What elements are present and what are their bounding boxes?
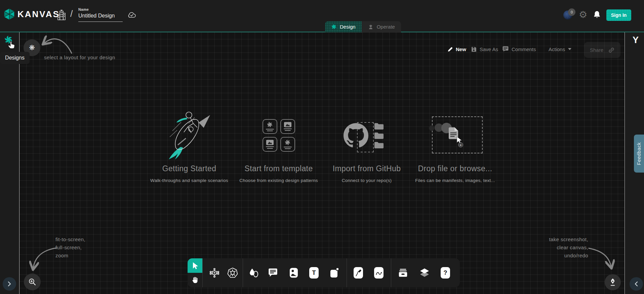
chevron-left-icon bbox=[634, 281, 639, 287]
freehand-draw-tool-button[interactable] bbox=[371, 258, 387, 287]
settings-gear-icon[interactable]: ⚙ bbox=[579, 10, 587, 20]
template-tile-image-icon bbox=[280, 119, 295, 134]
bottom-right-hint: take screenshot, clear canvas, undo/redo bbox=[549, 235, 588, 260]
operate-tab-icon bbox=[368, 24, 374, 30]
repo-folder-icon bbox=[374, 141, 384, 149]
template-tile-design-icon bbox=[280, 137, 295, 152]
edge-pen-icon bbox=[354, 267, 363, 279]
tab-design[interactable]: Design bbox=[325, 21, 362, 32]
design-name-input[interactable] bbox=[78, 11, 123, 22]
mode-tabs: Design Operate bbox=[325, 21, 401, 32]
github-illustration bbox=[325, 108, 409, 162]
pan-tool-button[interactable] bbox=[188, 273, 202, 287]
design-name-label: Name bbox=[78, 7, 123, 11]
import-from-github-card[interactable]: Import from GitHub Connect to your repo(… bbox=[325, 108, 409, 183]
template-tile-design-icon bbox=[263, 119, 277, 134]
pen-nib-icon bbox=[608, 278, 617, 287]
repo-folder-icon bbox=[374, 122, 384, 130]
brand-name: KANVAS bbox=[17, 9, 60, 20]
bottom-left-hint: fit-to-screen, full-screen, zoom bbox=[55, 235, 85, 260]
drop-file-illustration: + bbox=[413, 108, 497, 162]
design-tab-icon bbox=[331, 24, 337, 30]
history-drawer-tool-button[interactable] bbox=[395, 258, 411, 287]
card-subtitle: Walk-throughs and sample scenarios bbox=[147, 178, 231, 183]
cloud-sync-icon bbox=[127, 11, 136, 18]
shapes-tool-button[interactable] bbox=[246, 258, 262, 287]
github-octocat-icon bbox=[344, 123, 368, 148]
notification-count-badge: 0 bbox=[568, 8, 575, 16]
share-button[interactable]: Share bbox=[584, 42, 620, 58]
drop-file-card[interactable]: + Drop file or browse... Files can be ma… bbox=[413, 108, 497, 183]
select-cursor-icon bbox=[191, 261, 199, 270]
text-tool-button[interactable]: T bbox=[306, 258, 322, 287]
select-tool-button[interactable] bbox=[188, 258, 202, 273]
freehand-draw-icon bbox=[374, 267, 384, 279]
card-title: Import from GitHub bbox=[325, 164, 409, 173]
history-drawer-icon bbox=[398, 268, 408, 278]
card-subtitle: Choose from existing design patterns bbox=[237, 178, 321, 183]
designs-tooltip: Designs bbox=[0, 52, 30, 64]
design-name-field: Name bbox=[78, 7, 123, 22]
link-icon bbox=[608, 47, 615, 53]
chevron-down-icon bbox=[568, 48, 572, 50]
start-from-template-card[interactable]: Start from template Choose from existing… bbox=[237, 108, 321, 183]
note-tool-button[interactable] bbox=[326, 258, 343, 287]
components-tool-button[interactable] bbox=[206, 258, 223, 287]
layers-icon bbox=[419, 268, 430, 278]
pencil-icon bbox=[447, 46, 453, 52]
brand[interactable]: KANVAS bbox=[4, 8, 60, 20]
tool-dock: T bbox=[188, 258, 460, 287]
chevron-right-icon bbox=[7, 281, 12, 287]
feedback-tab[interactable]: Feedback bbox=[634, 135, 644, 173]
media-tool-button[interactable] bbox=[286, 258, 302, 287]
layout-hint-text: select a layout for your design bbox=[44, 54, 115, 60]
comment-tool-button[interactable] bbox=[265, 258, 281, 287]
rocket-illustration bbox=[147, 108, 231, 162]
help-tool-button[interactable]: ? bbox=[437, 258, 453, 287]
pointer-hand-cursor-icon bbox=[7, 40, 16, 50]
zoom-in-magnifier-icon bbox=[28, 278, 37, 286]
add-file-plus-icon: + bbox=[458, 142, 463, 147]
note-icon bbox=[329, 267, 339, 278]
card-subtitle: Connect to your repo(s) bbox=[325, 178, 409, 183]
template-tile-image-icon bbox=[263, 137, 277, 152]
collaborator-indicator: Y bbox=[633, 35, 639, 45]
edge-pen-tool-button[interactable] bbox=[350, 258, 366, 287]
canvas-tools-button[interactable] bbox=[605, 274, 621, 290]
kanvas-logo-icon bbox=[4, 8, 14, 20]
breadcrumb-separator: / bbox=[70, 9, 73, 19]
sign-in-button[interactable]: Sign In bbox=[606, 9, 631, 21]
template-grid-illustration bbox=[237, 108, 321, 162]
notifications-bell-icon[interactable] bbox=[593, 10, 601, 19]
expand-right-panel-button[interactable] bbox=[630, 277, 643, 291]
repo-folder-icon bbox=[374, 132, 384, 140]
save-floppy-icon bbox=[471, 46, 477, 52]
card-title: Start from template bbox=[237, 164, 321, 173]
left-sidebar-strip bbox=[0, 32, 19, 294]
comment-bubble-icon bbox=[502, 46, 509, 52]
design-canvas[interactable] bbox=[19, 32, 625, 294]
header-bar: KANVAS / Name bbox=[0, 0, 644, 32]
organization-icon[interactable] bbox=[57, 9, 66, 21]
card-subtitle: Files can be manifests, images, text... bbox=[413, 178, 497, 183]
getting-started-card[interactable]: Getting Started Walk-throughs and sample… bbox=[147, 108, 231, 183]
pan-hand-icon bbox=[191, 276, 199, 284]
comments-button[interactable]: Comments bbox=[502, 44, 536, 54]
actions-dropdown[interactable]: Actions bbox=[549, 44, 572, 54]
expand-left-panel-button[interactable] bbox=[3, 277, 16, 291]
comment-annotation-icon bbox=[268, 268, 278, 278]
zoom-controls-button[interactable] bbox=[24, 273, 41, 290]
components-circuit-icon bbox=[209, 267, 220, 279]
help-question-icon: ? bbox=[441, 267, 450, 279]
layers-tool-button[interactable] bbox=[416, 258, 433, 287]
kubernetes-tool-button[interactable] bbox=[225, 258, 241, 287]
card-title: Getting Started bbox=[147, 164, 231, 173]
kanvas-app: KANVAS / Name bbox=[0, 0, 644, 294]
tab-operate[interactable]: Operate bbox=[362, 21, 401, 32]
text-tool-icon: T bbox=[309, 267, 319, 279]
save-as-button[interactable]: Save As bbox=[471, 44, 498, 54]
shapes-icon bbox=[249, 268, 259, 278]
card-title: Drop file or browse... bbox=[413, 164, 497, 173]
kubernetes-helm-icon bbox=[227, 267, 238, 279]
new-design-button[interactable]: New bbox=[447, 44, 466, 54]
